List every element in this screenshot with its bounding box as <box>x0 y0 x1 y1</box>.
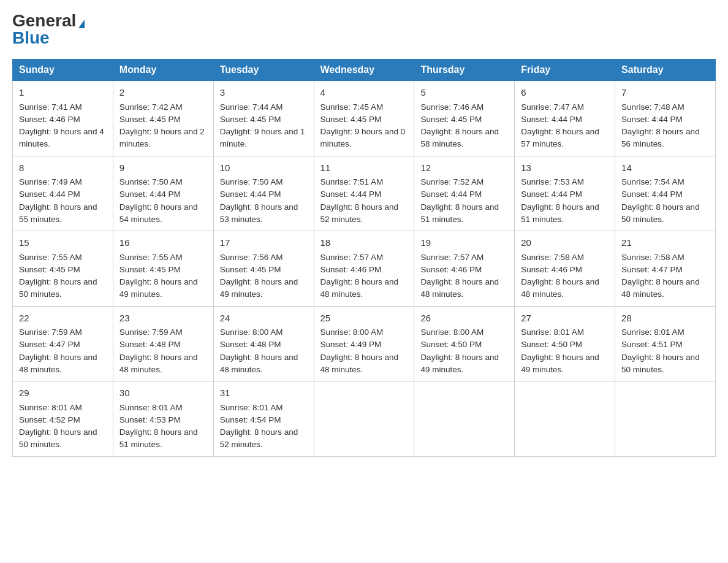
daylight-label: Daylight: 8 hours and 51 minutes. <box>521 202 599 224</box>
sunrise-label: Sunrise: 7:59 AM <box>119 327 183 337</box>
daylight-label: Daylight: 8 hours and 53 minutes. <box>220 202 298 224</box>
week-row-5: 29Sunrise: 8:01 AMSunset: 4:52 PMDayligh… <box>13 381 716 457</box>
day-cell-13: 13Sunrise: 7:53 AMSunset: 4:44 PMDayligh… <box>515 156 615 231</box>
page-header: General Blue <box>12 12 716 47</box>
daylight-label: Daylight: 9 hours and 0 minutes. <box>320 127 406 148</box>
day-cell-24: 24Sunrise: 8:00 AMSunset: 4:48 PMDayligh… <box>213 306 314 381</box>
sunrise-label: Sunrise: 7:51 AM <box>320 177 384 186</box>
day-number: 23 <box>119 312 207 326</box>
sunset-label: Sunset: 4:45 PM <box>19 265 80 274</box>
sunrise-label: Sunrise: 7:52 AM <box>420 177 483 186</box>
day-cell-31: 31Sunrise: 8:01 AMSunset: 4:54 PMDayligh… <box>213 381 314 457</box>
day-number: 25 <box>320 312 408 326</box>
daylight-label: Daylight: 8 hours and 54 minutes. <box>119 202 198 224</box>
day-cell-5: 5Sunrise: 7:46 AMSunset: 4:45 PMDaylight… <box>414 81 515 156</box>
day-number: 8 <box>19 161 107 175</box>
header-tuesday: Tuesday <box>213 59 314 81</box>
day-number: 11 <box>320 161 408 175</box>
day-headers-row: Sunday Monday Tuesday Wednesday Thursday… <box>13 59 716 81</box>
daylight-label: Daylight: 8 hours and 50 minutes. <box>621 202 700 224</box>
week-row-2: 8Sunrise: 7:49 AMSunset: 4:44 PMDaylight… <box>13 156 716 231</box>
daylight-label: Daylight: 8 hours and 52 minutes. <box>320 202 399 224</box>
sunrise-label: Sunrise: 7:55 AM <box>19 253 82 262</box>
day-number: 15 <box>19 236 107 250</box>
day-number: 3 <box>220 86 308 100</box>
sunrise-label: Sunrise: 7:53 AM <box>521 177 584 186</box>
week-row-1: 1Sunrise: 7:41 AMSunset: 4:46 PMDaylight… <box>13 81 716 156</box>
sunset-label: Sunset: 4:46 PM <box>521 265 582 274</box>
day-number: 5 <box>420 86 508 100</box>
sunrise-label: Sunrise: 8:01 AM <box>19 403 82 412</box>
daylight-label: Daylight: 8 hours and 55 minutes. <box>19 202 97 224</box>
daylight-label: Daylight: 8 hours and 48 minutes. <box>621 277 700 299</box>
day-number: 30 <box>119 386 207 400</box>
logo-top-row: General <box>12 12 85 29</box>
day-number: 20 <box>521 236 609 250</box>
day-cell-21: 21Sunrise: 7:58 AMSunset: 4:47 PMDayligh… <box>615 231 716 307</box>
sunset-label: Sunset: 4:50 PM <box>521 340 582 349</box>
sunset-label: Sunset: 4:51 PM <box>621 340 683 349</box>
sunset-label: Sunset: 4:45 PM <box>119 115 181 124</box>
daylight-label: Daylight: 8 hours and 56 minutes. <box>621 127 700 148</box>
logo-general-text: General <box>12 11 76 30</box>
sunset-label: Sunset: 4:49 PM <box>320 340 382 349</box>
daylight-label: Daylight: 8 hours and 57 minutes. <box>521 127 599 148</box>
week-row-3: 15Sunrise: 7:55 AMSunset: 4:45 PMDayligh… <box>13 231 716 307</box>
sunrise-label: Sunrise: 7:46 AM <box>420 102 483 112</box>
day-cell-12: 12Sunrise: 7:52 AMSunset: 4:44 PMDayligh… <box>414 156 515 231</box>
daylight-label: Daylight: 8 hours and 50 minutes. <box>621 353 700 374</box>
week-row-4: 22Sunrise: 7:59 AMSunset: 4:47 PMDayligh… <box>13 306 716 381</box>
daylight-label: Daylight: 8 hours and 51 minutes. <box>119 427 198 449</box>
sunrise-label: Sunrise: 7:57 AM <box>320 253 384 262</box>
empty-cell <box>314 381 414 457</box>
day-cell-6: 6Sunrise: 7:47 AMSunset: 4:44 PMDaylight… <box>515 81 615 156</box>
sunset-label: Sunset: 4:46 PM <box>420 265 482 274</box>
sunset-label: Sunset: 4:54 PM <box>220 415 281 424</box>
day-number: 21 <box>621 236 709 250</box>
daylight-label: Daylight: 9 hours and 2 minutes. <box>119 127 205 148</box>
daylight-label: Daylight: 8 hours and 48 minutes. <box>320 277 399 299</box>
sunrise-label: Sunrise: 8:01 AM <box>621 327 684 337</box>
daylight-label: Daylight: 8 hours and 50 minutes. <box>19 427 97 449</box>
sunrise-label: Sunrise: 7:58 AM <box>521 253 584 262</box>
sunrise-label: Sunrise: 7:50 AM <box>220 177 283 186</box>
day-number: 9 <box>119 161 207 175</box>
day-cell-26: 26Sunrise: 8:00 AMSunset: 4:50 PMDayligh… <box>414 306 515 381</box>
sunset-label: Sunset: 4:46 PM <box>19 115 80 124</box>
day-cell-15: 15Sunrise: 7:55 AMSunset: 4:45 PMDayligh… <box>13 231 113 307</box>
header-friday: Friday <box>515 59 615 81</box>
daylight-label: Daylight: 8 hours and 49 minutes. <box>521 353 599 374</box>
sunset-label: Sunset: 4:48 PM <box>220 340 281 349</box>
sunset-label: Sunset: 4:44 PM <box>621 115 683 124</box>
daylight-label: Daylight: 9 hours and 4 minutes. <box>19 127 104 148</box>
sunrise-label: Sunrise: 7:49 AM <box>19 177 82 186</box>
day-cell-9: 9Sunrise: 7:50 AMSunset: 4:44 PMDaylight… <box>113 156 213 231</box>
day-cell-17: 17Sunrise: 7:56 AMSunset: 4:45 PMDayligh… <box>213 231 314 307</box>
daylight-label: Daylight: 8 hours and 58 minutes. <box>420 127 499 148</box>
daylight-label: Daylight: 8 hours and 48 minutes. <box>220 353 298 374</box>
day-cell-8: 8Sunrise: 7:49 AMSunset: 4:44 PMDaylight… <box>13 156 113 231</box>
sunset-label: Sunset: 4:44 PM <box>621 190 683 199</box>
day-cell-4: 4Sunrise: 7:45 AMSunset: 4:45 PMDaylight… <box>314 81 414 156</box>
empty-cell <box>414 381 515 457</box>
daylight-label: Daylight: 8 hours and 49 minutes. <box>420 353 499 374</box>
header-wednesday: Wednesday <box>314 59 414 81</box>
header-monday: Monday <box>113 59 213 81</box>
day-number: 7 <box>621 86 709 100</box>
sunrise-label: Sunrise: 7:56 AM <box>220 253 283 262</box>
logo-blue-text: Blue <box>12 28 50 47</box>
sunset-label: Sunset: 4:45 PM <box>220 115 281 124</box>
sunrise-label: Sunrise: 7:41 AM <box>19 102 82 112</box>
empty-cell <box>615 381 716 457</box>
day-cell-25: 25Sunrise: 8:00 AMSunset: 4:49 PMDayligh… <box>314 306 414 381</box>
day-number: 19 <box>420 236 508 250</box>
sunset-label: Sunset: 4:48 PM <box>119 340 181 349</box>
day-number: 27 <box>521 312 609 326</box>
day-number: 28 <box>621 312 709 326</box>
sunset-label: Sunset: 4:44 PM <box>19 190 80 199</box>
sunrise-label: Sunrise: 7:45 AM <box>320 102 384 112</box>
day-number: 16 <box>119 236 207 250</box>
day-cell-11: 11Sunrise: 7:51 AMSunset: 4:44 PMDayligh… <box>314 156 414 231</box>
logo-bottom-row: Blue <box>12 29 50 47</box>
sunrise-label: Sunrise: 7:44 AM <box>220 102 283 112</box>
